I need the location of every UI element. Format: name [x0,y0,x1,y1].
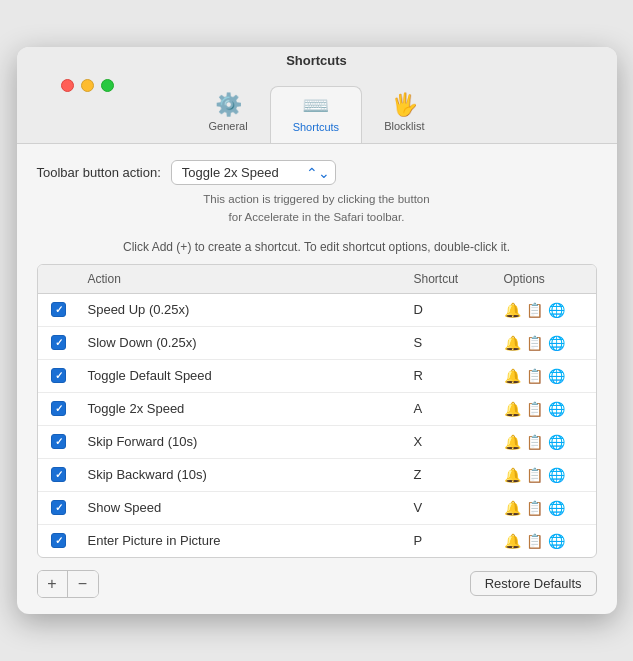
action-8: Enter Picture in Picture [80,530,406,551]
action-5: Skip Forward (10s) [80,431,406,452]
table-row: Speed Up (0.25x) D 🔔 📋 🌐 [38,294,596,327]
select-wrapper: Toggle 2x Speed Toggle Default Speed Spe… [171,160,336,185]
bell-icon[interactable]: 🔔 [504,368,521,384]
add-shortcut-button[interactable]: + [38,571,68,597]
document-icon[interactable]: 📋 [526,368,543,384]
col-header-shortcut: Shortcut [406,270,496,288]
options-3: 🔔 📋 🌐 [496,365,596,387]
options-6: 🔔 📋 🌐 [496,464,596,486]
checkbox-2[interactable] [38,332,80,353]
tab-general[interactable]: ⚙️ General [187,86,270,143]
table-row: Toggle 2x Speed A 🔔 📋 🌐 [38,393,596,426]
action-7: Show Speed [80,497,406,518]
document-icon[interactable]: 📋 [526,335,543,351]
close-button[interactable] [61,79,74,92]
checkbox-1[interactable] [38,299,80,320]
options-2: 🔔 📋 🌐 [496,332,596,354]
document-icon[interactable]: 📋 [526,401,543,417]
globe-icon[interactable]: 🌐 [548,533,565,549]
bell-icon[interactable]: 🔔 [504,434,521,450]
main-window: Shortcuts ⚙️ General ⌨️ Shortcuts 🖐 Bloc… [17,47,617,614]
add-remove-buttons: + − [37,570,99,598]
action-6: Skip Backward (10s) [80,464,406,485]
shortcuts-table: Action Shortcut Options Speed Up (0.25x)… [37,264,597,558]
bell-icon[interactable]: 🔔 [504,302,521,318]
col-header-options: Options [496,270,596,288]
action-4: Toggle 2x Speed [80,398,406,419]
globe-icon[interactable]: 🌐 [548,467,565,483]
shortcut-8: P [406,530,496,551]
table-header: Action Shortcut Options [38,265,596,294]
shortcut-2: S [406,332,496,353]
bell-icon[interactable]: 🔔 [504,467,521,483]
action-description: This action is triggered by clicking the… [37,191,597,226]
options-7: 🔔 📋 🌐 [496,497,596,519]
options-4: 🔔 📋 🌐 [496,398,596,420]
globe-icon[interactable]: 🌐 [548,401,565,417]
options-5: 🔔 📋 🌐 [496,431,596,453]
minimize-button[interactable] [81,79,94,92]
instruction-text: Click Add (+) to create a shortcut. To e… [37,240,597,254]
shortcuts-icon: ⌨️ [302,95,329,117]
action-2: Slow Down (0.25x) [80,332,406,353]
tab-bar: ⚙️ General ⌨️ Shortcuts 🖐 Blocklist [187,86,447,143]
window-title: Shortcuts [286,53,347,68]
shortcut-6: Z [406,464,496,485]
table-row: Show Speed V 🔔 📋 🌐 [38,492,596,525]
tab-shortcuts-label: Shortcuts [293,121,339,133]
options-1: 🔔 📋 🌐 [496,299,596,321]
checkbox-8[interactable] [38,530,80,551]
action-1: Speed Up (0.25x) [80,299,406,320]
globe-icon[interactable]: 🌐 [548,368,565,384]
table-row: Enter Picture in Picture P 🔔 📋 🌐 [38,525,596,557]
bell-icon[interactable]: 🔔 [504,401,521,417]
blocklist-icon: 🖐 [391,94,418,116]
table-row: Slow Down (0.25x) S 🔔 📋 🌐 [38,327,596,360]
bottom-bar: + − Restore Defaults [37,570,597,598]
action-3: Toggle Default Speed [80,365,406,386]
shortcut-5: X [406,431,496,452]
checkbox-4[interactable] [38,398,80,419]
document-icon[interactable]: 📋 [526,500,543,516]
document-icon[interactable]: 📋 [526,467,543,483]
checkbox-7[interactable] [38,497,80,518]
globe-icon[interactable]: 🌐 [548,302,565,318]
table-row: Toggle Default Speed R 🔔 📋 🌐 [38,360,596,393]
col-header-action: Action [80,270,406,288]
restore-defaults-button[interactable]: Restore Defaults [470,571,597,596]
tab-shortcuts[interactable]: ⌨️ Shortcuts [270,86,362,143]
bell-icon[interactable]: 🔔 [504,335,521,351]
globe-icon[interactable]: 🌐 [548,335,565,351]
options-8: 🔔 📋 🌐 [496,530,596,552]
bell-icon[interactable]: 🔔 [504,500,521,516]
shortcut-3: R [406,365,496,386]
globe-icon[interactable]: 🌐 [548,500,565,516]
remove-shortcut-button[interactable]: − [68,571,98,597]
content-area: Toolbar button action: Toggle 2x Speed T… [17,144,617,614]
checkbox-6[interactable] [38,464,80,485]
checkbox-5[interactable] [38,431,80,452]
shortcut-4: A [406,398,496,419]
toolbar-label: Toolbar button action: [37,165,161,180]
bell-icon[interactable]: 🔔 [504,533,521,549]
toolbar-row: Toolbar button action: Toggle 2x Speed T… [37,160,597,185]
general-icon: ⚙️ [215,94,242,116]
shortcut-7: V [406,497,496,518]
traffic-lights [61,79,114,92]
table-row: Skip Backward (10s) Z 🔔 📋 🌐 [38,459,596,492]
table-row: Skip Forward (10s) X 🔔 📋 🌐 [38,426,596,459]
tab-general-label: General [209,120,248,132]
titlebar: Shortcuts ⚙️ General ⌨️ Shortcuts 🖐 Bloc… [17,47,617,144]
checkbox-3[interactable] [38,365,80,386]
shortcut-1: D [406,299,496,320]
document-icon[interactable]: 📋 [526,434,543,450]
col-header-check [38,270,80,288]
document-icon[interactable]: 📋 [526,302,543,318]
globe-icon[interactable]: 🌐 [548,434,565,450]
tab-blocklist-label: Blocklist [384,120,424,132]
toolbar-action-select[interactable]: Toggle 2x Speed Toggle Default Speed Spe… [171,160,336,185]
maximize-button[interactable] [101,79,114,92]
tab-blocklist[interactable]: 🖐 Blocklist [362,86,446,143]
document-icon[interactable]: 📋 [526,533,543,549]
